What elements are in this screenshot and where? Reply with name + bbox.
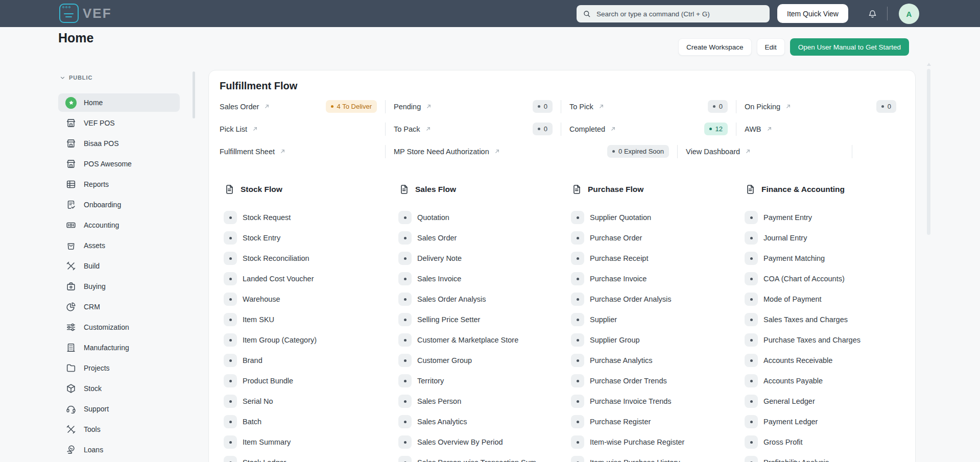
link-item-payment-matching[interactable]: Payment Matching [745,248,904,269]
shortcut-on-picking[interactable]: On Picking [745,103,792,111]
sidebar-item-stock[interactable]: Stock [58,379,180,398]
search-input[interactable] [595,10,763,18]
sidebar-item-vef-pos[interactable]: VEF POS [58,114,180,132]
sidebar-item-tools[interactable]: Tools [58,420,180,439]
sidebar-scrollbar[interactable] [193,71,195,118]
main-scrollbar[interactable] [927,69,930,235]
link-item-accounts-payable[interactable]: Accounts Payable [745,371,904,391]
link-item-purchase-invoice-trends[interactable]: Purchase Invoice Trends [571,391,745,411]
link-item-sales-order[interactable]: Sales Order [398,228,571,248]
sidebar-item-accounting[interactable]: Accounting [58,216,180,234]
sidebar-section-public[interactable]: PUBLIC [58,72,180,83]
link-item-payment-entry[interactable]: Payment Entry [745,207,904,228]
link-item-purchase-invoice[interactable]: Purchase Invoice [571,269,745,289]
notifications-bell-icon[interactable] [867,8,878,19]
link-item-item-summary[interactable]: Item Summary [224,432,398,452]
count-badge[interactable]: 0 [533,100,553,113]
link-item-profitability-analysis[interactable]: Profitability Analysis [745,452,904,462]
sidebar-item-pos-awesome[interactable]: POS Awesome [58,155,180,173]
link-item-brand[interactable]: Brand [224,350,398,371]
shortcut-pick-list[interactable]: Pick List [220,125,258,133]
sidebar-item-crm[interactable]: CRM [58,298,180,316]
shortcut-pending[interactable]: Pending [394,103,432,111]
create-workspace-button[interactable]: Create Workspace [678,38,752,56]
link-item-landed-cost-voucher[interactable]: Landed Cost Voucher [224,269,398,289]
count-badge[interactable]: 0 [876,100,896,113]
shortcut-mp-store-need-authorization[interactable]: MP Store Need Authorization [394,148,500,156]
link-item-purchase-order-analysis[interactable]: Purchase Order Analysis [571,289,745,309]
link-item-item-group-category-[interactable]: Item Group (Category) [224,330,398,350]
link-item-selling-price-setter[interactable]: Selling Price Setter [398,309,571,330]
link-item-accounts-receivable[interactable]: Accounts Receivable [745,350,904,371]
link-item-product-bundle[interactable]: Product Bundle [224,371,398,391]
sidebar-item-buying[interactable]: Buying [58,277,180,296]
link-item-mode-of-payment[interactable]: Mode of Payment [745,289,904,309]
link-item-item-wise-purchase-history[interactable]: Item-wise Purchase History [571,452,745,462]
link-item-purchase-receipt[interactable]: Purchase Receipt [571,248,745,269]
sidebar-item-build[interactable]: Build [58,257,180,275]
link-item-journal-entry[interactable]: Journal Entry [745,228,904,248]
sidebar-item-projects[interactable]: Projects [58,359,180,377]
link-item-batch[interactable]: Batch [224,411,398,432]
link-item-stock-ledger[interactable]: Stock Ledger [224,452,398,462]
global-search[interactable] [577,5,770,22]
link-item-sales-analytics[interactable]: Sales Analytics [398,411,571,432]
link-item-coa-chart-of-accounts-[interactable]: COA (Chart of Accounts) [745,269,904,289]
sidebar-item-support[interactable]: Support [58,400,180,418]
shortcut-to-pick[interactable]: To Pick [569,103,605,111]
link-item-general-ledger[interactable]: General Ledger [745,391,904,411]
edit-button[interactable]: Edit [757,38,785,56]
app-logo[interactable] [59,4,79,23]
sidebar-item-customization[interactable]: Customization [58,318,180,336]
link-item-delivery-note[interactable]: Delivery Note [398,248,571,269]
link-item-quotation[interactable]: Quotation [398,207,571,228]
count-badge[interactable]: 4 To Deliver [326,100,377,113]
link-item-purchase-order[interactable]: Purchase Order [571,228,745,248]
shortcut-fulfillment-sheet[interactable]: Fulfillment Sheet [220,148,286,156]
link-item-territory[interactable]: Territory [398,371,571,391]
link-item-sales-overview-by-period[interactable]: Sales Overview By Period [398,432,571,452]
link-item-purchase-analytics[interactable]: Purchase Analytics [571,350,745,371]
link-item-stock-request[interactable]: Stock Request [224,207,398,228]
shortcut-awb[interactable]: AWB [745,125,773,133]
shortcut-completed[interactable]: Completed [569,125,616,133]
link-item-sales-taxes-and-charges[interactable]: Sales Taxes and Charges [745,309,904,330]
sidebar-item-assets[interactable]: Assets [58,236,180,255]
sidebar-item-reports[interactable]: Reports [58,175,180,193]
link-item-purchase-order-trends[interactable]: Purchase Order Trends [571,371,745,391]
link-item-item-sku[interactable]: Item SKU [224,309,398,330]
open-user-manual-button[interactable]: Open User Manual to Get Started [790,38,909,56]
link-item-customer-group[interactable]: Customer Group [398,350,571,371]
link-item-sales-person[interactable]: Sales Person [398,391,571,411]
link-item-customer-marketplace-store[interactable]: Customer & Marketplace Store [398,330,571,350]
link-item-supplier-group[interactable]: Supplier Group [571,330,745,350]
link-item-purchase-register[interactable]: Purchase Register [571,411,745,432]
sidebar-item-home[interactable]: Home [58,93,180,112]
shortcut-view-dashboard[interactable]: View Dashboard [686,148,751,156]
user-avatar[interactable]: A [899,4,919,24]
count-badge[interactable]: 0 [708,100,728,113]
count-badge[interactable]: 12 [704,123,728,135]
link-item-supplier[interactable]: Supplier [571,309,745,330]
link-item-stock-entry[interactable]: Stock Entry [224,228,398,248]
link-item-sales-person-wise-transaction-sum[interactable]: Sales Person-wise Transaction Sum [398,452,571,462]
shortcut-to-pack[interactable]: To Pack [394,125,432,133]
link-item-purchase-taxes-and-charges[interactable]: Purchase Taxes and Charges [745,330,904,350]
link-item-item-wise-purchase-register[interactable]: Item-wise Purchase Register [571,432,745,452]
sidebar-item-onboarding[interactable]: Onboarding [58,196,180,214]
sidebar-item-loans[interactable]: Loans [58,441,180,459]
link-item-stock-reconciliation[interactable]: Stock Reconciliation [224,248,398,269]
shortcut-sales-order[interactable]: Sales Order [220,103,270,111]
sidebar-item-bisaa-pos[interactable]: Bisaa POS [58,134,180,153]
link-item-gross-profit[interactable]: Gross Profit [745,432,904,452]
link-item-supplier-quotation[interactable]: Supplier Quotation [571,207,745,228]
sidebar-item-manufacturing[interactable]: Manufacturing [58,338,180,357]
link-item-warehouse[interactable]: Warehouse [224,289,398,309]
count-badge[interactable]: 0 [533,123,553,135]
link-item-payment-ledger[interactable]: Payment Ledger [745,411,904,432]
count-badge[interactable]: 0 Expired Soon [607,145,669,158]
link-item-serial-no[interactable]: Serial No [224,391,398,411]
link-item-sales-order-analysis[interactable]: Sales Order Analysis [398,289,571,309]
scrollbar-up-arrow-icon[interactable] [927,63,931,66]
item-quick-view-button[interactable]: Item Quick View [777,4,848,23]
